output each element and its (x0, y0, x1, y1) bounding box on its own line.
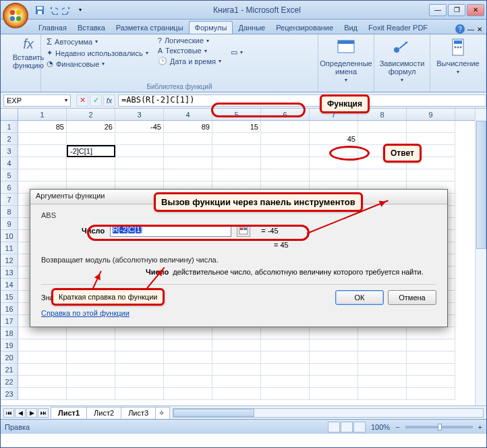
recently-used-button[interactable]: ✦Недавно использовались▾ (45, 48, 150, 58)
cell[interactable] (358, 121, 407, 133)
cell[interactable] (164, 169, 212, 181)
cell[interactable] (164, 133, 212, 145)
sheet-tab[interactable]: Лист3 (121, 407, 156, 418)
tab-page-layout[interactable]: Разметка страницы (111, 22, 189, 34)
cell[interactable]: 26 (67, 121, 115, 133)
col-header[interactable]: 2 (67, 109, 115, 120)
cell[interactable] (358, 364, 407, 376)
cell[interactable] (115, 364, 164, 376)
cell[interactable] (407, 364, 455, 376)
tab-insert[interactable]: Вставка (72, 22, 111, 34)
row-header[interactable]: 16 (1, 303, 18, 315)
cell[interactable] (358, 388, 407, 400)
sheet-next-button[interactable]: ▶ (26, 408, 37, 418)
cell[interactable] (164, 364, 212, 376)
help-icon[interactable]: ? (455, 24, 465, 34)
cell[interactable] (407, 121, 455, 133)
cell[interactable] (18, 376, 67, 388)
cell[interactable] (115, 388, 164, 400)
cell[interactable] (115, 145, 164, 157)
cell[interactable] (115, 327, 164, 339)
doc-close-icon[interactable]: ✕ (477, 26, 482, 33)
cell[interactable] (115, 376, 164, 388)
cell[interactable] (67, 339, 115, 352)
cell[interactable] (164, 352, 212, 364)
cell[interactable] (358, 339, 407, 352)
text-button[interactable]: AТекстовые▾ (156, 46, 223, 55)
cell[interactable] (261, 169, 310, 181)
cell[interactable] (212, 169, 261, 181)
cell[interactable] (407, 169, 455, 181)
cell[interactable] (18, 145, 67, 157)
cell[interactable] (310, 364, 358, 376)
cell[interactable]: -2]C[1] (67, 145, 115, 157)
row-header[interactable]: 9 (1, 218, 18, 230)
select-all-corner[interactable] (1, 109, 18, 120)
row-header[interactable]: 11 (1, 242, 18, 254)
cell[interactable] (261, 364, 310, 376)
cell[interactable] (67, 376, 115, 388)
cell[interactable] (261, 352, 310, 364)
cell[interactable] (164, 157, 212, 169)
cell[interactable] (310, 339, 358, 352)
enter-formula-button[interactable]: ✓ (90, 94, 102, 107)
cell[interactable] (115, 157, 164, 169)
col-header[interactable]: 9 (407, 109, 455, 120)
cell[interactable] (67, 133, 115, 145)
zoom-slider[interactable] (405, 426, 473, 428)
save-icon[interactable] (34, 5, 45, 16)
cell[interactable] (164, 388, 212, 400)
cell[interactable]: 15 (212, 121, 261, 133)
row-header[interactable]: 21 (1, 364, 18, 376)
cell[interactable]: 45 (310, 133, 358, 145)
row-header[interactable]: 10 (1, 230, 18, 242)
row-header[interactable]: 1 (1, 121, 18, 133)
row-header[interactable]: 18 (1, 327, 18, 339)
datetime-button[interactable]: 🕒Дата и время▾ (156, 56, 223, 66)
row-header[interactable]: 3 (1, 145, 18, 157)
row-header[interactable]: 20 (1, 352, 18, 364)
cell[interactable] (261, 327, 310, 339)
cell[interactable] (358, 169, 407, 181)
row-header[interactable]: 8 (1, 206, 18, 218)
col-header[interactable]: 1 (18, 109, 67, 120)
cell[interactable] (310, 376, 358, 388)
row-header[interactable]: 12 (1, 254, 18, 267)
col-header[interactable]: 3 (115, 109, 164, 120)
cell[interactable] (310, 121, 358, 133)
cell[interactable] (310, 352, 358, 364)
cell[interactable] (67, 352, 115, 364)
cell[interactable] (261, 133, 310, 145)
cell[interactable] (67, 364, 115, 376)
cell[interactable] (212, 388, 261, 400)
cell[interactable] (18, 133, 67, 145)
cell[interactable] (115, 339, 164, 352)
page-layout-view-button[interactable] (341, 422, 353, 432)
cell[interactable] (115, 352, 164, 364)
cell[interactable]: 89 (164, 121, 212, 133)
row-header[interactable]: 19 (1, 339, 18, 352)
sheet-last-button[interactable]: ⏭ (38, 408, 49, 418)
cell[interactable] (18, 327, 67, 339)
maximize-button[interactable]: ❐ (448, 4, 465, 16)
row-header[interactable]: 23 (1, 388, 18, 400)
row-header[interactable]: 6 (1, 181, 18, 194)
cell[interactable] (67, 327, 115, 339)
qat-dropdown-icon[interactable]: ▾ (75, 5, 86, 16)
cell[interactable] (164, 327, 212, 339)
cell[interactable] (18, 388, 67, 400)
cell[interactable] (261, 388, 310, 400)
cell[interactable] (407, 352, 455, 364)
cell[interactable] (164, 145, 212, 157)
tab-data[interactable]: Данные (233, 22, 270, 34)
cell[interactable] (212, 327, 261, 339)
cell[interactable] (261, 121, 310, 133)
cell[interactable] (261, 157, 310, 169)
row-header[interactable]: 14 (1, 279, 18, 291)
cell[interactable] (18, 157, 67, 169)
sheet-prev-button[interactable]: ◀ (15, 408, 26, 418)
fx-button[interactable]: fx (103, 94, 115, 107)
calculation-button[interactable]: Вычисление▾ (434, 36, 482, 76)
tab-home[interactable]: Главная (33, 22, 72, 34)
ok-button[interactable]: ОК (335, 290, 384, 305)
